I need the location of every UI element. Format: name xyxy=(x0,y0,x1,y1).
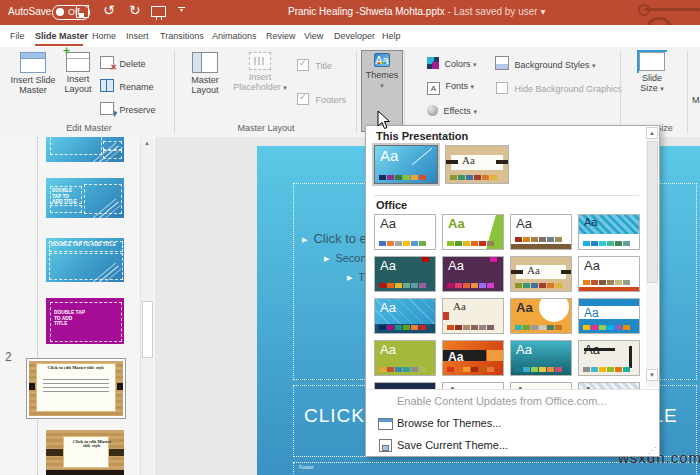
delete-button[interactable]: Delete xyxy=(100,56,146,69)
theme-white[interactable]: Aa xyxy=(374,214,436,250)
bullet-arrow-icon: ▶ xyxy=(324,255,329,262)
group-divider xyxy=(174,51,175,133)
scroll-down-icon[interactable]: ▼ xyxy=(646,369,658,381)
slide-size-icon xyxy=(639,52,665,71)
theme-color-swatches xyxy=(583,241,630,246)
redo-icon[interactable]: ↻ xyxy=(129,2,141,18)
tab-home[interactable]: Home xyxy=(92,31,116,41)
colors-icon xyxy=(427,57,439,69)
office-themes-grid: AaAaAaAaAaAaAaAaAaAaAaAaAaAaAaAaAaAaAaAa xyxy=(374,214,646,390)
theme-organic-paper[interactable]: Aa xyxy=(445,145,509,184)
theme-aa-label: Aa xyxy=(584,384,600,390)
rename-button[interactable]: Rename xyxy=(100,79,154,92)
theme-ion-boardroom-purple[interactable]: Aa xyxy=(442,256,504,292)
insert-slide-master-button[interactable]: Insert Slide Master xyxy=(10,52,56,96)
theme-banded-blue[interactable]: Aa xyxy=(578,298,640,334)
tab-file[interactable]: File xyxy=(10,31,25,41)
saved-status[interactable]: Last saved by user xyxy=(454,6,538,17)
fonts-button[interactable]: A Fonts ▾ xyxy=(427,81,474,95)
insert-layout-button[interactable]: Insert Layout xyxy=(58,52,98,95)
effects-button[interactable]: Effects ▾ xyxy=(427,105,477,116)
theme-color-swatches xyxy=(379,283,426,288)
save-current-theme-label: Save Current Theme... xyxy=(397,439,508,451)
chevron-down-icon: ▾ xyxy=(540,6,545,17)
master-layout-group-label: Master Layout xyxy=(178,123,354,133)
theme-cream-flag[interactable]: Aa xyxy=(442,298,504,334)
binder-clip-icon xyxy=(117,383,123,390)
thumbnail-layout-partial[interactable] xyxy=(46,137,124,162)
insert-slide-master-icon xyxy=(20,52,46,73)
background-styles-button[interactable]: Background Styles ▾ xyxy=(495,56,596,70)
theme-aa-label: Aa xyxy=(516,300,533,315)
theme-wisp[interactable]: Aa xyxy=(510,214,572,250)
theme-ion-dark-teal[interactable]: Aa xyxy=(374,256,436,292)
theme-slice-blue[interactable]: Aa xyxy=(374,298,436,334)
chevron-down-icon: ▾ xyxy=(592,62,596,69)
undo-icon[interactable]: ↺ xyxy=(103,2,115,18)
tab-help[interactable]: Help xyxy=(382,31,401,41)
this-presentation-row: AaAa xyxy=(374,145,509,184)
footers-checkbox: Footers xyxy=(297,93,346,105)
theme-integral-teal[interactable]: Aa xyxy=(578,214,640,250)
tab-slide-master[interactable]: Slide Master xyxy=(35,31,88,41)
thumbnail-caption: DOUBLE TAP TO ADD TITLE xyxy=(52,188,79,205)
preserve-button[interactable]: Preserve xyxy=(100,102,156,115)
chevron-down-icon: ▾ xyxy=(283,84,287,91)
start-slideshow-icon[interactable] xyxy=(151,6,166,17)
theme-facet-green[interactable]: Aa xyxy=(442,214,504,250)
tab-view[interactable]: View xyxy=(304,31,323,41)
tab-review[interactable]: Review xyxy=(266,31,296,41)
rename-icon xyxy=(100,79,114,92)
scrollbar-thumb[interactable] xyxy=(142,301,153,358)
browse-for-themes-label: Browse for Themes... xyxy=(397,417,501,429)
theme-sliver-white-a[interactable]: Aa xyxy=(442,382,504,390)
theme-aa-label: Aa xyxy=(448,384,464,390)
theme-sliver-white-b[interactable]: Aa xyxy=(510,382,572,390)
thumbnail-layout-title-only[interactable]: DOUBLE TAP TO ADD TITLE xyxy=(46,238,124,282)
theme-retrospect[interactable]: Aa xyxy=(578,256,640,292)
placeholder-box xyxy=(103,141,122,150)
thumbnail-master-wood[interactable]: Click to edit Master title style xyxy=(26,358,126,419)
thumbnail-layout-magenta[interactable]: DOUBLE TAP TO ADD TITLE xyxy=(46,298,124,344)
scroll-up-icon[interactable]: ▲ xyxy=(141,137,153,149)
colors-button[interactable]: Colors ▾ xyxy=(427,57,477,69)
theme-sliver-navy[interactable]: Aa xyxy=(374,382,436,390)
theme-sliver-pattern[interactable]: Aa xyxy=(578,382,640,390)
browse-for-themes-item[interactable]: Browse for Themes... xyxy=(366,414,659,434)
tab-developer[interactable]: Developer xyxy=(334,31,375,41)
thumbnail-layout-two-content[interactable]: DOUBLE TAP TO ADD TITLE xyxy=(46,178,124,218)
theme-depth-teal[interactable]: Aa xyxy=(510,340,572,376)
save-current-theme-item[interactable]: Save Current Theme... xyxy=(366,436,659,456)
theme-current-blue[interactable]: Aa xyxy=(374,145,438,184)
theme-berlin-orange[interactable]: Aa xyxy=(442,340,504,376)
resize-grip-icon[interactable]: ⋰ xyxy=(648,446,656,455)
theme-aa-label: Aa xyxy=(527,264,540,276)
gallery-scrollbar[interactable]: ▲ ▼ xyxy=(646,127,658,387)
master-layout-button[interactable]: Master Layout xyxy=(180,52,230,96)
theme-basis-green[interactable]: Aa xyxy=(374,340,436,376)
theme-color-swatches xyxy=(447,283,494,288)
body-text-lines xyxy=(43,379,109,393)
insert-slide-master-label: Insert Slide Master xyxy=(10,75,55,95)
slide-size-button[interactable]: Slide Size ▾ xyxy=(629,52,675,94)
ribbon-tab-bar: File Slide Master Home Insert Transition… xyxy=(0,25,700,47)
hide-background-graphics-label: Hide Background Graphics xyxy=(515,84,623,94)
group-divider xyxy=(404,51,405,133)
scroll-up-icon[interactable]: ▲ xyxy=(646,127,658,139)
scrollbar-thumb[interactable] xyxy=(647,141,658,283)
thumbnail-layout-wood[interactable]: Click to edit Master title style xyxy=(46,430,124,475)
theme-color-swatches xyxy=(583,280,630,285)
tab-animations[interactable]: Animations xyxy=(212,31,257,41)
theme-main-event[interactable]: Aa xyxy=(578,340,640,376)
theme-organic-paper[interactable]: Aa xyxy=(510,256,572,292)
tab-transitions[interactable]: Transitions xyxy=(160,31,204,41)
theme-color-swatches xyxy=(379,367,426,372)
customize-quick-access-icon[interactable] xyxy=(178,7,185,13)
decorative-arc xyxy=(646,17,672,25)
theme-badge-orange-circle[interactable]: Aa xyxy=(510,298,572,334)
tab-insert[interactable]: Insert xyxy=(126,31,149,41)
chevron-down-icon: ▾ xyxy=(473,108,477,115)
thumbnail-master-title: Click to edit Master title style xyxy=(41,365,112,370)
sidebar-scrollbar[interactable]: ▲ xyxy=(140,137,153,475)
save-icon[interactable] xyxy=(76,5,89,18)
